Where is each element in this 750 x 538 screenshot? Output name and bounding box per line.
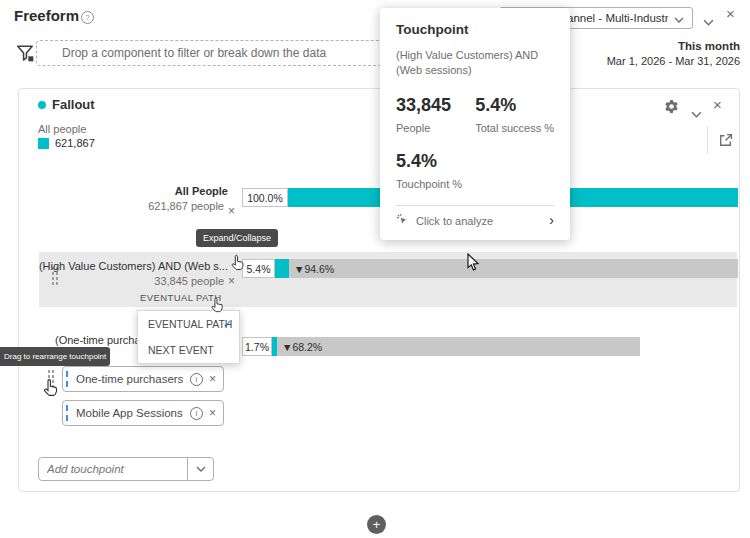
close-panel-icon[interactable]: × — [713, 96, 722, 113]
popover-subtitle: (High Value Customers) AND (Web sessions… — [396, 48, 554, 79]
chip-label: Mobile App Sessions — [76, 407, 190, 419]
chip-label: One-time purchasers — [76, 373, 190, 385]
check-icon: ✓ — [223, 311, 232, 337]
bar-fallout-label: ▼68.2% — [277, 341, 322, 353]
toolbar-divider — [707, 126, 708, 154]
touchpoint-popover: Touchpoint (High Value Customers) AND (W… — [380, 8, 570, 240]
gear-icon[interactable] — [664, 99, 679, 118]
analyze-icon — [396, 212, 409, 230]
remove-chip-icon[interactable]: × — [209, 372, 216, 386]
fallout-row-people: 33,845 people — [98, 275, 224, 287]
panel-title: Fallout — [52, 97, 95, 112]
fallout-row-name: All People — [118, 185, 228, 197]
touchpoint-pct-value: 5.4% — [396, 151, 554, 172]
bar-fallout-segment: ▼68.2% — [277, 337, 640, 356]
bar-rate-label: 100.0% — [242, 188, 288, 207]
info-icon[interactable]: i — [190, 407, 203, 420]
bar-fallout-segment: ▼94.6% — [289, 259, 738, 278]
touchpoint-chip-one-time[interactable]: One-time purchasers i × — [62, 366, 224, 392]
remove-touchpoint-icon[interactable]: × — [228, 206, 235, 216]
touchpoint-chip-mobile-app[interactable]: Mobile App Sessions i × — [62, 400, 224, 426]
bar-rate-label: 1.7% — [242, 337, 272, 356]
expand-collapse-tooltip: Expand/Collapse — [196, 229, 278, 247]
date-range-label[interactable]: This month — [678, 40, 740, 52]
fallout-row-name: (One-time purcha — [55, 334, 141, 346]
drag-rearrange-tooltip: Drag to rearrange touchpoint — [0, 347, 110, 366]
menu-item-next-event[interactable]: NEXT EVENT — [138, 337, 239, 363]
analyze-label: Click to analyze — [416, 215, 493, 227]
fallout-row-name: (High Value Customers) AND (Web s... — [36, 260, 228, 272]
total-success-value: 5.4% — [475, 95, 554, 116]
chevron-right-icon: › — [549, 214, 554, 227]
fallout-bar-one-time[interactable]: 1.7% ▼68.2% — [242, 337, 738, 356]
page-title: Freeform — [14, 7, 79, 24]
chip-drag-handle[interactable] — [66, 405, 68, 421]
help-icon[interactable]: ? — [81, 11, 94, 24]
drag-handle-dots[interactable] — [47, 369, 55, 389]
legend-value: 621,867 — [55, 137, 95, 149]
collapse-header-icon[interactable] — [703, 12, 714, 30]
total-success-label: Total success % — [475, 122, 554, 134]
click-to-analyze[interactable]: Click to analyze › — [396, 206, 554, 236]
menu-item-label: NEXT EVENT — [148, 344, 214, 356]
info-icon[interactable]: i — [190, 373, 203, 386]
legend-swatch — [38, 138, 49, 149]
add-touchpoint-dropdown-button[interactable] — [187, 457, 214, 481]
add-visualization-button[interactable]: + — [367, 515, 386, 534]
remove-chip-icon[interactable]: × — [209, 406, 216, 420]
freeform-workspace: Freeform ? ≡ Omni-Channel - Multi-Indust… — [0, 0, 750, 538]
date-range-value: Mar 1, 2026 - Mar 31, 2026 — [607, 55, 740, 67]
people-label: People — [396, 122, 475, 134]
add-touchpoint-input[interactable] — [38, 457, 188, 481]
filter-icon[interactable] — [15, 43, 35, 67]
chip-drag-handle[interactable] — [66, 371, 68, 387]
chevron-down-icon — [674, 9, 684, 27]
filter-dropzone-label: Drop a component to filter or break down… — [62, 46, 326, 60]
fallout-bar-high-value[interactable]: 5.4% ▼94.6% — [242, 259, 738, 278]
export-icon[interactable] — [717, 132, 734, 153]
touchpoint-pct-label: Touchpoint % — [396, 178, 554, 190]
close-header-icon[interactable]: × — [726, 5, 735, 22]
remove-touchpoint-icon[interactable]: × — [228, 276, 235, 286]
popover-title: Touchpoint — [396, 22, 554, 37]
people-value: 33,845 — [396, 95, 475, 116]
collapse-panel-icon[interactable] — [691, 104, 702, 122]
fallout-row-people: 621,867 people — [98, 200, 224, 212]
legend-label: All people — [38, 123, 86, 135]
bar-rate-label: 5.4% — [242, 259, 275, 278]
menu-item-eventual-path[interactable]: EVENTUAL PATH ✓ — [138, 311, 239, 337]
bar-fallout-label: ▼94.6% — [289, 263, 334, 275]
panel-color-dot — [38, 101, 46, 109]
path-mode-menu: EVENTUAL PATH ✓ NEXT EVENT — [137, 310, 240, 364]
bar-success-segment — [275, 259, 289, 278]
menu-item-label: EVENTUAL PATH — [148, 318, 232, 330]
path-mode-label[interactable]: EVENTUAL PATH — [140, 292, 222, 303]
